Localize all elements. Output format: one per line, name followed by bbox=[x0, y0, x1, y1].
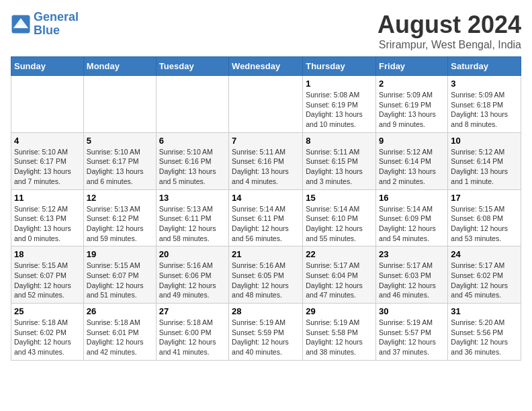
day-number: 11 bbox=[14, 193, 81, 203]
calendar-cell: 31Sunrise: 5:20 AM Sunset: 5:56 PM Dayli… bbox=[448, 304, 521, 361]
calendar-cell: 5Sunrise: 5:10 AM Sunset: 6:17 PM Daylig… bbox=[83, 132, 156, 189]
calendar-cell: 14Sunrise: 5:14 AM Sunset: 6:11 PM Dayli… bbox=[229, 189, 303, 246]
day-number: 23 bbox=[379, 249, 445, 259]
day-number: 21 bbox=[232, 249, 300, 259]
day-info: Sunrise: 5:12 AM Sunset: 6:14 PM Dayligh… bbox=[451, 147, 518, 187]
day-number: 22 bbox=[306, 249, 373, 259]
calendar-cell bbox=[83, 76, 156, 133]
day-info: Sunrise: 5:15 AM Sunset: 6:07 PM Dayligh… bbox=[87, 261, 153, 300]
calendar-cell: 19Sunrise: 5:15 AM Sunset: 6:07 PM Dayli… bbox=[83, 246, 156, 304]
calendar-table: SundayMondayTuesdayWednesdayThursdayFrid… bbox=[11, 56, 521, 361]
day-info: Sunrise: 5:13 AM Sunset: 6:12 PM Dayligh… bbox=[87, 204, 153, 244]
day-info: Sunrise: 5:12 AM Sunset: 6:13 PM Dayligh… bbox=[14, 204, 81, 244]
svg-rect-2 bbox=[16, 25, 26, 27]
title-area: August 2024 Srirampur, West Bengal, Indi… bbox=[378, 11, 521, 51]
calendar-cell bbox=[11, 76, 84, 133]
day-number: 16 bbox=[379, 193, 445, 203]
day-info: Sunrise: 5:13 AM Sunset: 6:11 PM Dayligh… bbox=[159, 204, 226, 244]
day-info: Sunrise: 5:19 AM Sunset: 5:58 PM Dayligh… bbox=[306, 318, 373, 357]
calendar-cell bbox=[229, 76, 303, 133]
weekday-header-saturday: Saturday bbox=[448, 57, 521, 76]
calendar-cell: 23Sunrise: 5:17 AM Sunset: 6:03 PM Dayli… bbox=[376, 246, 448, 304]
day-info: Sunrise: 5:20 AM Sunset: 5:56 PM Dayligh… bbox=[451, 318, 518, 357]
weekday-header-row: SundayMondayTuesdayWednesdayThursdayFrid… bbox=[11, 57, 521, 76]
calendar-cell: 7Sunrise: 5:11 AM Sunset: 6:16 PM Daylig… bbox=[229, 132, 303, 189]
day-info: Sunrise: 5:09 AM Sunset: 6:19 PM Dayligh… bbox=[379, 90, 445, 130]
weekday-header-wednesday: Wednesday bbox=[229, 57, 303, 76]
day-number: 8 bbox=[306, 136, 373, 146]
calendar-cell bbox=[156, 76, 228, 133]
day-number: 15 bbox=[306, 193, 373, 203]
calendar-cell: 16Sunrise: 5:14 AM Sunset: 6:09 PM Dayli… bbox=[376, 189, 448, 246]
header: General Blue August 2024 Srirampur, West… bbox=[11, 11, 521, 51]
day-number: 13 bbox=[159, 193, 226, 203]
calendar-cell: 27Sunrise: 5:18 AM Sunset: 6:00 PM Dayli… bbox=[156, 304, 228, 361]
calendar-cell: 1Sunrise: 5:08 AM Sunset: 6:19 PM Daylig… bbox=[303, 76, 376, 133]
weekday-header-thursday: Thursday bbox=[303, 57, 376, 76]
day-info: Sunrise: 5:17 AM Sunset: 6:02 PM Dayligh… bbox=[451, 261, 518, 300]
day-number: 24 bbox=[451, 249, 518, 259]
calendar-cell: 2Sunrise: 5:09 AM Sunset: 6:19 PM Daylig… bbox=[376, 76, 448, 133]
day-number: 19 bbox=[87, 249, 153, 259]
day-info: Sunrise: 5:19 AM Sunset: 5:57 PM Dayligh… bbox=[379, 318, 445, 357]
day-number: 12 bbox=[87, 193, 153, 203]
day-number: 7 bbox=[232, 136, 300, 146]
weekday-header-monday: Monday bbox=[83, 57, 156, 76]
calendar-cell: 17Sunrise: 5:15 AM Sunset: 6:08 PM Dayli… bbox=[448, 189, 521, 246]
day-info: Sunrise: 5:11 AM Sunset: 6:15 PM Dayligh… bbox=[306, 147, 373, 187]
day-info: Sunrise: 5:17 AM Sunset: 6:03 PM Dayligh… bbox=[379, 261, 445, 300]
day-number: 9 bbox=[379, 136, 445, 146]
calendar-cell: 8Sunrise: 5:11 AM Sunset: 6:15 PM Daylig… bbox=[303, 132, 376, 189]
week-row-3: 18Sunrise: 5:15 AM Sunset: 6:07 PM Dayli… bbox=[11, 246, 521, 304]
calendar-cell: 6Sunrise: 5:10 AM Sunset: 6:16 PM Daylig… bbox=[156, 132, 228, 189]
calendar-cell: 28Sunrise: 5:19 AM Sunset: 5:59 PM Dayli… bbox=[229, 304, 303, 361]
day-info: Sunrise: 5:19 AM Sunset: 5:59 PM Dayligh… bbox=[232, 318, 300, 357]
day-info: Sunrise: 5:15 AM Sunset: 6:08 PM Dayligh… bbox=[451, 204, 518, 244]
day-number: 31 bbox=[451, 306, 518, 316]
calendar-cell: 30Sunrise: 5:19 AM Sunset: 5:57 PM Dayli… bbox=[376, 304, 448, 361]
day-info: Sunrise: 5:15 AM Sunset: 6:07 PM Dayligh… bbox=[14, 261, 81, 300]
day-info: Sunrise: 5:18 AM Sunset: 6:00 PM Dayligh… bbox=[159, 318, 226, 357]
logo: General Blue bbox=[11, 11, 79, 38]
day-number: 18 bbox=[14, 249, 81, 259]
day-number: 6 bbox=[159, 136, 226, 146]
day-number: 2 bbox=[379, 79, 445, 89]
day-info: Sunrise: 5:14 AM Sunset: 6:11 PM Dayligh… bbox=[232, 204, 300, 244]
weekday-header-friday: Friday bbox=[376, 57, 448, 76]
day-number: 17 bbox=[451, 193, 518, 203]
calendar-cell: 11Sunrise: 5:12 AM Sunset: 6:13 PM Dayli… bbox=[11, 189, 84, 246]
calendar-cell: 25Sunrise: 5:18 AM Sunset: 6:02 PM Dayli… bbox=[11, 304, 84, 361]
logo-line1: General bbox=[34, 10, 79, 24]
day-number: 5 bbox=[87, 136, 153, 146]
logo-icon bbox=[11, 14, 31, 34]
day-info: Sunrise: 5:12 AM Sunset: 6:14 PM Dayligh… bbox=[379, 147, 445, 187]
day-info: Sunrise: 5:16 AM Sunset: 6:05 PM Dayligh… bbox=[232, 261, 300, 300]
calendar-cell: 22Sunrise: 5:17 AM Sunset: 6:04 PM Dayli… bbox=[303, 246, 376, 304]
week-row-1: 4Sunrise: 5:10 AM Sunset: 6:17 PM Daylig… bbox=[11, 132, 521, 189]
day-info: Sunrise: 5:18 AM Sunset: 6:02 PM Dayligh… bbox=[14, 318, 81, 357]
day-number: 28 bbox=[232, 306, 300, 316]
calendar-cell: 29Sunrise: 5:19 AM Sunset: 5:58 PM Dayli… bbox=[303, 304, 376, 361]
day-number: 4 bbox=[14, 136, 81, 146]
day-number: 26 bbox=[87, 306, 153, 316]
calendar-cell: 13Sunrise: 5:13 AM Sunset: 6:11 PM Dayli… bbox=[156, 189, 228, 246]
logo-text: General Blue bbox=[34, 11, 79, 38]
day-number: 30 bbox=[379, 306, 445, 316]
week-row-2: 11Sunrise: 5:12 AM Sunset: 6:13 PM Dayli… bbox=[11, 189, 521, 246]
week-row-4: 25Sunrise: 5:18 AM Sunset: 6:02 PM Dayli… bbox=[11, 304, 521, 361]
day-number: 27 bbox=[159, 306, 226, 316]
calendar-cell: 12Sunrise: 5:13 AM Sunset: 6:12 PM Dayli… bbox=[83, 189, 156, 246]
day-number: 25 bbox=[14, 306, 81, 316]
day-info: Sunrise: 5:18 AM Sunset: 6:01 PM Dayligh… bbox=[87, 318, 153, 357]
day-info: Sunrise: 5:14 AM Sunset: 6:09 PM Dayligh… bbox=[379, 204, 445, 244]
day-info: Sunrise: 5:09 AM Sunset: 6:18 PM Dayligh… bbox=[451, 90, 518, 130]
day-info: Sunrise: 5:16 AM Sunset: 6:06 PM Dayligh… bbox=[159, 261, 226, 300]
day-info: Sunrise: 5:10 AM Sunset: 6:16 PM Dayligh… bbox=[159, 147, 226, 187]
day-number: 29 bbox=[306, 306, 373, 316]
calendar-cell: 26Sunrise: 5:18 AM Sunset: 6:01 PM Dayli… bbox=[83, 304, 156, 361]
weekday-header-sunday: Sunday bbox=[11, 57, 84, 76]
day-number: 1 bbox=[306, 79, 373, 89]
calendar-cell: 21Sunrise: 5:16 AM Sunset: 6:05 PM Dayli… bbox=[229, 246, 303, 304]
calendar-cell: 18Sunrise: 5:15 AM Sunset: 6:07 PM Dayli… bbox=[11, 246, 84, 304]
calendar-cell: 20Sunrise: 5:16 AM Sunset: 6:06 PM Dayli… bbox=[156, 246, 228, 304]
